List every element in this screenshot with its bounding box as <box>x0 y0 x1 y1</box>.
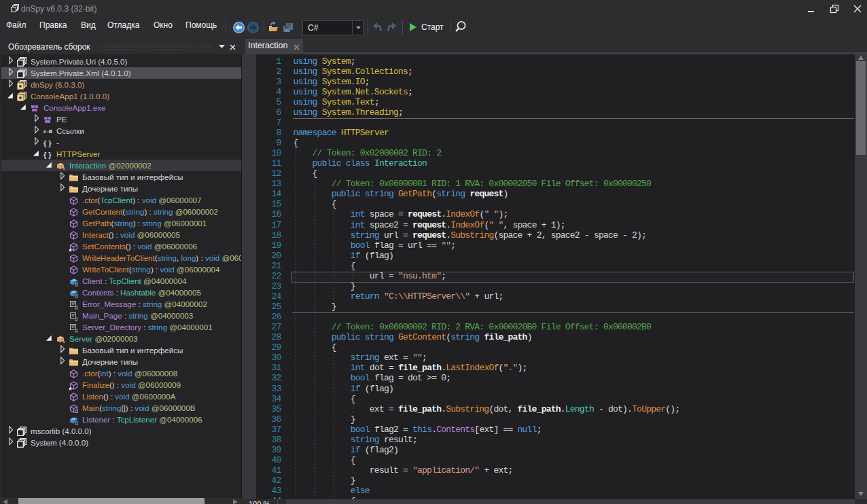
svg-text:{ }: { } <box>43 139 52 147</box>
svg-text:{ }: { } <box>43 150 52 158</box>
